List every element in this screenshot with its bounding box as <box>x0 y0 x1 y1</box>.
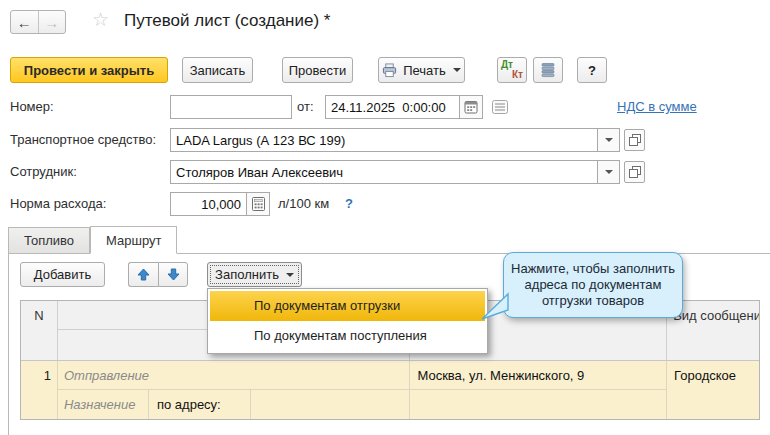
back-icon: ← <box>17 14 32 31</box>
calculator-icon <box>252 197 265 211</box>
date-input[interactable] <box>325 95 460 119</box>
destination-type-label: Назначение <box>64 397 135 412</box>
related-documents-button[interactable] <box>491 99 509 115</box>
open-form-icon <box>629 134 641 146</box>
chevron-down-icon <box>605 138 613 142</box>
post-button[interactable]: Провести <box>282 57 353 83</box>
help-button[interactable]: ? <box>577 57 607 83</box>
tooltip-line: отгрузки товаров <box>542 293 644 309</box>
write-button[interactable]: Записать <box>182 57 253 83</box>
number-label: Номер: <box>10 99 54 114</box>
vehicle-label: Транспортное средство: <box>10 132 156 147</box>
tooltip-line: адреса по документам <box>525 277 662 293</box>
vat-mode-link[interactable]: НДС в сумме <box>617 99 697 114</box>
number-input[interactable] <box>170 95 292 119</box>
calendar-picker-button[interactable] <box>460 95 483 119</box>
address-cell: Москва, ул. Менжинского, 9 <box>410 361 667 419</box>
favorites-star-icon[interactable]: ☆ <box>92 9 109 31</box>
tooltip-line: Нажмите, чтобы заполнить <box>511 261 675 277</box>
waybill-form-window: ← → ☆ Путевой лист (создание) * Провести… <box>0 0 770 435</box>
panel-left-border <box>8 253 9 435</box>
move-up-button[interactable] <box>128 262 158 287</box>
calculator-button[interactable] <box>247 192 270 216</box>
rate-label: Норма расхода: <box>10 196 106 211</box>
register-records-button[interactable] <box>533 57 563 83</box>
employee-combo <box>170 160 620 184</box>
employee-open-button[interactable] <box>624 161 645 183</box>
employee-label: Сотрудник: <box>10 164 77 179</box>
employee-input[interactable] <box>170 160 598 184</box>
vehicle-input[interactable] <box>170 128 598 152</box>
page-title: Путевой лист (создание) * <box>124 11 330 31</box>
calendar-icon <box>464 100 478 114</box>
move-down-button[interactable] <box>158 262 188 287</box>
fill-menu-button[interactable]: Заполнить <box>207 262 302 287</box>
forward-icon: → <box>44 14 59 31</box>
move-buttons-group <box>128 262 188 287</box>
departure-address-cell[interactable]: Москва, ул. Менжинского, 9 <box>410 361 666 390</box>
tab-route[interactable]: Маршрут <box>90 226 177 254</box>
tab-fuel[interactable]: Топливо <box>8 227 90 253</box>
departure-address-text: Москва, ул. Менжинского, 9 <box>417 368 584 383</box>
tooltip-tail <box>480 291 510 321</box>
rate-input[interactable] <box>170 192 247 216</box>
chevron-down-icon <box>453 68 461 72</box>
tab-strip: Топливо Маршрут <box>8 226 770 254</box>
header-cell-number: N <box>21 301 58 360</box>
arrow-up-icon <box>137 268 150 281</box>
message-kind-cell[interactable]: Городское <box>667 361 759 419</box>
menu-item-by-shipment-documents[interactable]: По документам отгрузки <box>210 291 485 321</box>
departure-cell[interactable]: Отправление <box>58 361 410 390</box>
rate-unit-label: л/100 км <box>278 196 329 211</box>
destination-mode-cell[interactable]: по адресу: <box>149 390 251 419</box>
destination-cell[interactable]: Назначение <box>58 390 149 419</box>
print-button-label: Печать <box>403 63 446 78</box>
print-button[interactable]: Печать <box>378 57 465 83</box>
vehicle-dropdown-button[interactable] <box>598 128 620 152</box>
date-prefix-label: от: <box>297 99 314 114</box>
printer-icon <box>382 63 397 78</box>
row-number-cell[interactable]: 1 <box>21 361 58 419</box>
journal-lines-icon <box>492 100 508 114</box>
route-point-cell: Отправление Назначение по адресу: <box>58 361 411 419</box>
table-row: 1 Отправление Назначение по адресу: Моск… <box>21 360 759 419</box>
departure-type-label: Отправление <box>64 368 149 383</box>
chevron-down-icon <box>605 170 613 174</box>
back-button[interactable]: ← <box>11 11 39 33</box>
chevron-down-icon <box>286 273 294 277</box>
destination-address-cell[interactable] <box>410 390 666 419</box>
hint-tooltip: Нажмите, чтобы заполнить адреса по докум… <box>503 252 683 318</box>
dtkt-button[interactable]: Дт Кт <box>497 57 527 83</box>
employee-dropdown-button[interactable] <box>598 160 620 184</box>
open-form-icon <box>629 166 641 178</box>
destination-mode-label: по адресу: <box>157 397 221 412</box>
dtkt-icon: Дт Кт <box>501 60 523 80</box>
arrow-down-icon <box>167 268 180 281</box>
add-row-button[interactable]: Добавить <box>20 262 105 287</box>
forward-button[interactable]: → <box>39 11 66 33</box>
destination-subrow: Назначение по адресу: <box>58 390 410 419</box>
history-nav-group: ← → <box>10 10 66 34</box>
fill-dropdown-menu: По документам отгрузки По документам пос… <box>207 288 488 354</box>
menu-item-by-receipt-documents[interactable]: По документам поступления <box>210 321 485 351</box>
rate-help-icon[interactable]: ? <box>345 196 353 211</box>
post-and-close-button[interactable]: Провести и закрыть <box>10 57 168 83</box>
register-stack-icon <box>541 62 555 78</box>
vehicle-combo <box>170 128 620 152</box>
vehicle-open-button[interactable] <box>624 129 645 151</box>
destination-empty-cell[interactable] <box>251 390 410 419</box>
fill-button-label: Заполнить <box>215 267 279 282</box>
